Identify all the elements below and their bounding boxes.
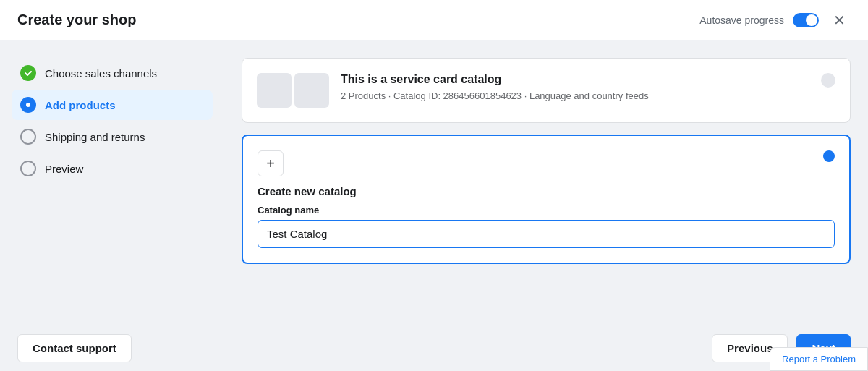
- autosave-label: Autosave progress: [699, 14, 784, 26]
- main-layout: Choose sales channels Add products Shipp…: [0, 40, 868, 371]
- step-icon-active: [20, 97, 36, 113]
- catalog-radio[interactable]: [821, 73, 835, 88]
- toggle-knob: [806, 14, 817, 26]
- step-icon-inactive-1: [20, 129, 36, 145]
- sidebar-label-add-products: Add products: [45, 99, 116, 111]
- catalog-card-info: This is a service card catalog 2 Product…: [257, 73, 649, 108]
- footer: Contact support Previous Next: [0, 325, 868, 371]
- sidebar-item-add-products[interactable]: Add products: [12, 90, 213, 120]
- catalog-name-label: Catalog name: [258, 205, 835, 216]
- sidebar-label-shipping-and-returns: Shipping and returns: [45, 131, 145, 143]
- contact-support-button[interactable]: Contact support: [17, 334, 132, 362]
- plus-button[interactable]: +: [258, 150, 284, 176]
- catalog-text-info: This is a service card catalog 2 Product…: [341, 73, 649, 101]
- catalog-thumb-1: [257, 73, 292, 108]
- catalog-thumbnails: [257, 73, 329, 108]
- header-actions: Autosave progress ✕: [699, 9, 851, 32]
- report-problem-button[interactable]: Report a Problem: [770, 347, 868, 371]
- create-catalog-title: Create new catalog: [258, 185, 835, 197]
- catalog-name-input[interactable]: [258, 220, 835, 248]
- main-content: This is a service card catalog 2 Product…: [224, 40, 868, 371]
- autosave-toggle[interactable]: [793, 13, 819, 27]
- create-catalog-card[interactable]: + Create new catalog Catalog name: [242, 135, 851, 264]
- step-icon-completed: [20, 65, 36, 81]
- catalog-meta: 2 Products · Catalog ID: 286456601854623…: [341, 90, 649, 101]
- sidebar-label-choose-sales-channels: Choose sales channels: [45, 67, 157, 80]
- sidebar-item-preview[interactable]: Preview: [12, 153, 213, 184]
- app-title: Create your shop: [17, 12, 136, 28]
- catalog-thumb-2: [294, 73, 329, 108]
- catalog-title: This is a service card catalog: [341, 73, 649, 86]
- svg-point-0: [26, 103, 30, 107]
- sidebar-label-preview: Preview: [45, 163, 83, 175]
- step-icon-inactive-2: [20, 161, 36, 176]
- app-header: Create your shop Autosave progress ✕: [0, 0, 868, 40]
- service-catalog-card[interactable]: This is a service card catalog 2 Product…: [242, 58, 851, 123]
- selected-indicator: [823, 150, 835, 162]
- sidebar: Choose sales channels Add products Shipp…: [0, 40, 224, 371]
- sidebar-item-shipping-and-returns[interactable]: Shipping and returns: [12, 121, 213, 152]
- sidebar-item-choose-sales-channels[interactable]: Choose sales channels: [12, 58, 213, 88]
- close-button[interactable]: ✕: [827, 9, 851, 32]
